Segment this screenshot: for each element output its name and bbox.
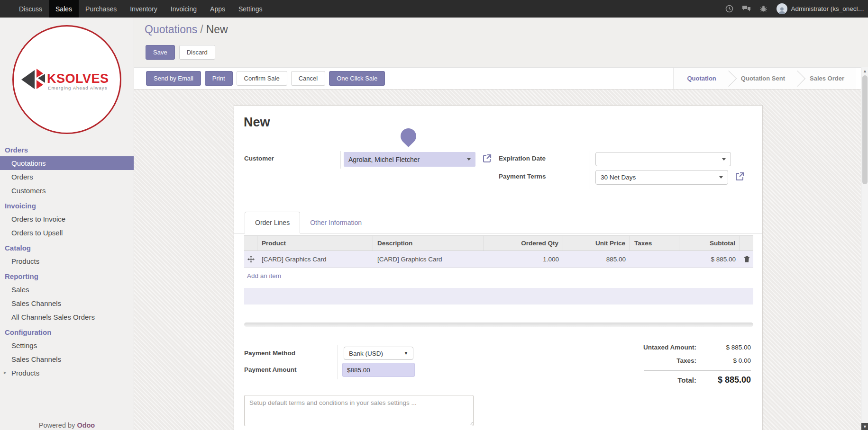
drag-handle-icon[interactable] bbox=[244, 256, 257, 263]
form-sheet: New Customer Agrolait, Michel Fletcher E… bbox=[234, 105, 763, 430]
expand-arrow-icon[interactable]: ▸ bbox=[4, 369, 7, 376]
customer-label: Customer bbox=[244, 155, 274, 162]
user-avatar[interactable] bbox=[777, 3, 787, 14]
sidebar-item-config-sales-channels[interactable]: Sales Channels bbox=[0, 352, 134, 366]
payment-terms-external-link-icon[interactable] bbox=[735, 171, 745, 181]
topbar-systray: Administrator (ks_onecl… bbox=[721, 0, 868, 18]
sidebar-item-orders[interactable]: Orders bbox=[0, 170, 134, 184]
handle-column-header bbox=[244, 236, 257, 251]
confirm-sale-button[interactable]: Confirm Sale bbox=[237, 71, 287, 86]
untaxed-amount-value: $ 885.00 bbox=[696, 344, 751, 351]
payment-amount-input[interactable] bbox=[342, 363, 415, 377]
menu-purchases[interactable]: Purchases bbox=[79, 0, 123, 18]
scrollbar-thumb[interactable] bbox=[862, 75, 868, 184]
chevron-down-icon bbox=[719, 176, 723, 179]
payment-amount-label: Payment Amount bbox=[244, 366, 297, 373]
payment-method-select[interactable]: Bank (USD) ▼ bbox=[344, 347, 413, 360]
sidebar-item-products[interactable]: Products bbox=[0, 254, 134, 268]
breadcrumb-quotations[interactable]: Quotations bbox=[145, 23, 197, 36]
status-quotation[interactable]: Quotation bbox=[676, 75, 727, 82]
cell-unit-price[interactable]: 885.00 bbox=[563, 256, 630, 263]
action-toolbar: Send by Email Print Confirm Sale Cancel … bbox=[134, 67, 868, 90]
section-invoicing: Invoicing bbox=[0, 197, 134, 212]
chevron-down-icon: ▼ bbox=[404, 351, 408, 356]
send-by-email-button[interactable]: Send by Email bbox=[146, 71, 201, 86]
print-button[interactable]: Print bbox=[205, 71, 233, 86]
sidebar-item-config-products[interactable]: ▸Products bbox=[0, 366, 134, 380]
chevron-down-icon bbox=[467, 158, 471, 161]
activity-clock-icon[interactable] bbox=[721, 5, 738, 13]
control-panel: Quotations/New Save Discard bbox=[134, 18, 868, 67]
discard-button[interactable]: Discard bbox=[179, 45, 215, 60]
breadcrumb-current: New bbox=[206, 23, 228, 36]
menu-settings[interactable]: Settings bbox=[232, 0, 269, 18]
col-taxes: Taxes bbox=[630, 236, 679, 251]
add-an-item-link[interactable]: Add an item bbox=[247, 272, 281, 279]
trash-icon[interactable] bbox=[740, 256, 753, 263]
total-label: Total: bbox=[677, 376, 696, 384]
customer-field[interactable]: Agrolait, Michel Fletcher bbox=[344, 152, 475, 167]
sidebar: KSOLVES Emerging Ahead Always Orders Quo… bbox=[0, 18, 134, 430]
logo-brand-text: KSOLVES bbox=[47, 72, 109, 86]
cell-subtotal: $ 885.00 bbox=[679, 256, 740, 263]
sidebar-item-sales-channels-report[interactable]: Sales Channels bbox=[0, 296, 134, 310]
label-separator bbox=[590, 151, 590, 189]
save-button[interactable]: Save bbox=[146, 45, 175, 60]
terms-and-conditions-textarea[interactable] bbox=[244, 395, 474, 426]
tab-other-information[interactable]: Other Information bbox=[300, 212, 372, 233]
top-navbar: Discuss Sales Purchases Inventory Invoic… bbox=[0, 0, 868, 18]
col-description: Description bbox=[373, 236, 484, 251]
menu-discuss[interactable]: Discuss bbox=[12, 0, 49, 18]
vertical-scrollbar[interactable]: ▲ ▼ bbox=[861, 67, 868, 430]
menu-inventory[interactable]: Inventory bbox=[123, 0, 164, 18]
chevron-right-icon bbox=[789, 71, 805, 87]
sidebar-item-sales-report[interactable]: Sales bbox=[0, 283, 134, 296]
sidebar-item-customers[interactable]: Customers bbox=[0, 184, 134, 197]
totals-block: Untaxed Amount: $ 885.00 Taxes: $ 0.00 T… bbox=[594, 344, 751, 391]
sidebar-item-all-channels-sales-orders[interactable]: All Channels Sales Orders bbox=[0, 310, 134, 324]
payment-terms-label: Payment Terms bbox=[499, 173, 546, 180]
sidebar-item-quotations[interactable]: Quotations bbox=[0, 156, 134, 170]
col-unit-price: Unit Price bbox=[563, 236, 630, 251]
section-reporting: Reporting bbox=[0, 268, 134, 283]
scroll-down-icon[interactable]: ▼ bbox=[861, 423, 868, 430]
menu-invoicing[interactable]: Invoicing bbox=[164, 0, 203, 18]
notebook-tabs: Order Lines Other Information bbox=[234, 211, 762, 233]
payment-terms-field[interactable]: 30 Net Days bbox=[595, 170, 728, 185]
messages-chat-icon[interactable] bbox=[738, 5, 755, 13]
order-line-row[interactable]: [CARD] Graphics Card [CARD] Graphics Car… bbox=[244, 251, 753, 268]
chevron-right-icon bbox=[721, 71, 737, 87]
onboarding-pin-icon bbox=[397, 125, 420, 147]
cell-ordered-qty[interactable]: 1.000 bbox=[484, 256, 563, 263]
sidebar-item-orders-to-upsell[interactable]: Orders to Upsell bbox=[0, 226, 134, 240]
cancel-button[interactable]: Cancel bbox=[291, 71, 325, 86]
tab-order-lines[interactable]: Order Lines bbox=[245, 212, 300, 233]
col-subtotal: Subtotal bbox=[679, 236, 740, 251]
section-configuration: Configuration bbox=[0, 324, 134, 339]
horizontal-scrollbar[interactable] bbox=[244, 322, 753, 327]
powered-by-odoo[interactable]: Powered by Odoo bbox=[0, 421, 134, 429]
trash-column-header bbox=[740, 236, 753, 251]
scroll-up-icon[interactable]: ▲ bbox=[861, 67, 868, 74]
breadcrumb-separator: / bbox=[197, 23, 206, 36]
one-click-sale-button[interactable]: One Click Sale bbox=[329, 71, 385, 86]
empty-line-strip bbox=[244, 288, 753, 305]
user-menu[interactable]: Administrator (ks_onecl… bbox=[791, 5, 864, 12]
breadcrumb: Quotations/New bbox=[145, 23, 228, 36]
expiration-date-field[interactable] bbox=[595, 152, 731, 166]
sidebar-item-orders-to-invoice[interactable]: Orders to Invoice bbox=[0, 212, 134, 226]
col-product: Product bbox=[257, 236, 373, 251]
totals-divider bbox=[644, 370, 751, 371]
cell-product[interactable]: [CARD] Graphics Card bbox=[257, 256, 373, 263]
bug-icon[interactable] bbox=[755, 5, 772, 13]
sidebar-item-settings[interactable]: Settings bbox=[0, 339, 134, 352]
label-separator bbox=[340, 151, 341, 169]
record-title: New bbox=[244, 115, 270, 130]
status-quotation-sent[interactable]: Quotation Sent bbox=[730, 75, 796, 82]
customer-external-link-icon[interactable] bbox=[482, 153, 492, 163]
order-lines-table: Product Description Ordered Qty Unit Pri… bbox=[244, 235, 753, 268]
cell-description[interactable]: [CARD] Graphics Card bbox=[373, 256, 484, 263]
status-sales-order[interactable]: Sales Order bbox=[798, 75, 856, 82]
menu-apps[interactable]: Apps bbox=[203, 0, 232, 18]
menu-sales[interactable]: Sales bbox=[49, 0, 79, 18]
